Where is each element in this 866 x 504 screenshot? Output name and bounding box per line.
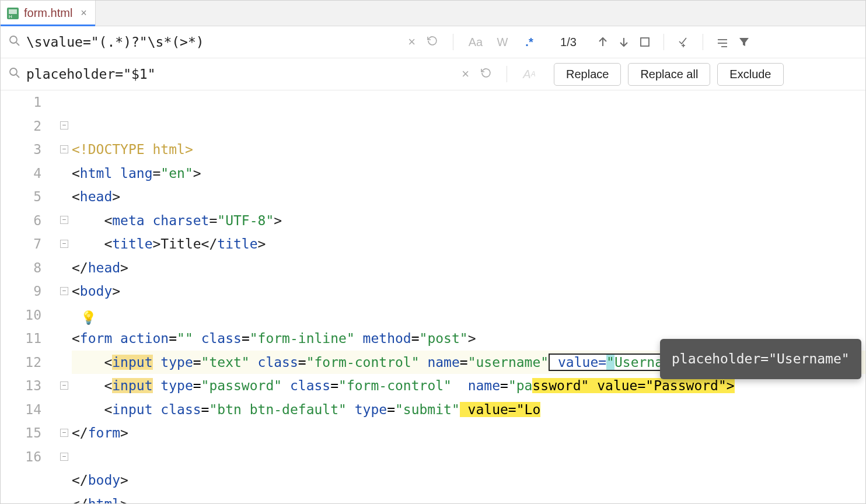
line-number: 16 [1, 445, 41, 469]
settings-icon[interactable] [716, 36, 729, 48]
line-number: 9 [1, 279, 41, 303]
clear-replace-icon[interactable]: × [462, 66, 469, 82]
clear-search-icon[interactable]: × [408, 34, 415, 50]
svg-text:H: H [9, 14, 12, 19]
line-number: 2 [1, 114, 41, 138]
code-line [72, 445, 865, 469]
match-counter: 1/3 [554, 36, 583, 49]
whole-words-toggle[interactable]: W [494, 36, 511, 49]
preserve-case-toggle[interactable]: AA [521, 68, 537, 81]
line-number: 7 [1, 232, 41, 256]
exclude-button[interactable]: Exclude [717, 63, 783, 86]
tab-filename: form.html [24, 6, 72, 20]
replace-input[interactable] [26, 66, 462, 82]
fold-toggle-icon[interactable]: − [60, 287, 68, 295]
svg-point-13 [10, 68, 17, 75]
replace-all-button[interactable]: Replace all [628, 63, 710, 86]
line-number: 15 [1, 421, 41, 445]
line-number: 12 [1, 351, 41, 374]
separator [453, 34, 453, 50]
code-line: <title>Title</title> [72, 232, 865, 256]
replace-bar: × AA Replace Replace all Exclude [1, 58, 865, 90]
separator [703, 34, 703, 50]
separator [507, 66, 507, 82]
close-tab-icon[interactable]: × [81, 7, 87, 19]
code-line: <meta charset="UTF-8"> [72, 209, 865, 233]
code-line: <input class="btn btn-default" type="sub… [72, 398, 865, 422]
fold-toggle-icon[interactable]: − [60, 216, 68, 224]
regex-toggle[interactable]: .* [521, 36, 537, 49]
separator [664, 34, 664, 50]
line-number: 8 [1, 256, 41, 280]
fold-toggle-icon[interactable]: − [60, 453, 68, 461]
line-gutter: 1 2 3 4 5 6 7 8 9 10 11 12 13 14 15 16 [1, 90, 59, 504]
replace-history-icon[interactable] [480, 66, 493, 82]
search-icon [9, 35, 20, 49]
code-line: <head> [72, 185, 865, 209]
fold-column: − − − − − − − − [59, 90, 72, 504]
code-line: <html lang="en"> [72, 162, 865, 186]
code-content[interactable]: 💡 <!DOCTYPE html><html lang="en"><head> … [72, 90, 865, 504]
line-number: 5 [1, 185, 41, 209]
fold-toggle-icon[interactable]: − [60, 240, 68, 248]
search-history-icon[interactable] [426, 34, 439, 50]
code-line: </form> [72, 421, 865, 445]
replacement-preview-tooltip: placeholder="Username" [660, 339, 861, 379]
svg-line-14 [16, 75, 19, 78]
code-line: </head> [72, 256, 865, 280]
svg-rect-1 [9, 9, 17, 14]
line-number: 6 [1, 209, 41, 233]
code-line [72, 303, 865, 327]
code-line: </html> [72, 492, 865, 505]
replace-icon [9, 67, 20, 81]
fold-toggle-icon[interactable]: − [60, 145, 68, 153]
search-input[interactable] [26, 34, 408, 50]
svg-line-4 [16, 43, 19, 46]
html-file-icon: H [6, 7, 19, 20]
svg-point-3 [10, 36, 17, 43]
code-line: <!DOCTYPE html> [72, 138, 865, 162]
code-line: <body> [72, 279, 865, 303]
svg-rect-7 [641, 38, 649, 46]
filter-icon[interactable] [738, 36, 750, 48]
new-search-icon[interactable] [677, 36, 690, 48]
select-all-icon[interactable] [639, 36, 651, 48]
line-number: 14 [1, 398, 41, 422]
search-bar: × Aa W .* 1/3 [1, 26, 865, 58]
line-number: 11 [1, 327, 41, 351]
tab-bar: H form.html × [1, 1, 865, 26]
line-number: 3 [1, 138, 41, 162]
line-number: 10 [1, 303, 41, 327]
fold-toggle-icon[interactable]: − [60, 429, 68, 437]
match-case-toggle[interactable]: Aa [467, 36, 484, 49]
line-number: 1 [1, 90, 41, 114]
line-number: 13 [1, 374, 41, 398]
editor-tab[interactable]: H form.html × [1, 1, 96, 26]
fold-toggle-icon[interactable]: − [60, 382, 68, 390]
next-match-icon[interactable] [618, 36, 630, 48]
code-editor[interactable]: 1 2 3 4 5 6 7 8 9 10 11 12 13 14 15 16 −… [1, 90, 865, 504]
line-number: 4 [1, 162, 41, 186]
intention-bulb-icon[interactable]: 💡 [81, 306, 96, 330]
fold-toggle-icon[interactable]: − [60, 121, 68, 130]
prev-match-icon[interactable] [597, 36, 609, 48]
code-line: </body> [72, 468, 865, 492]
replace-button[interactable]: Replace [554, 63, 621, 86]
